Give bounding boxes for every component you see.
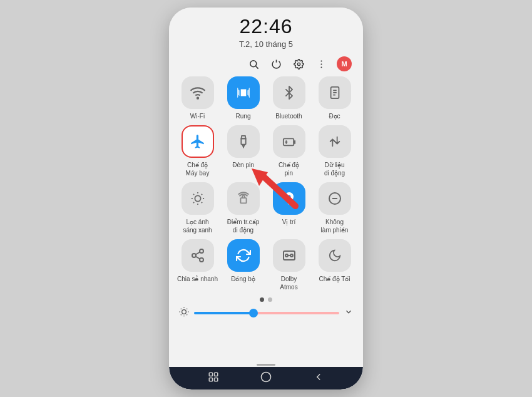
- svg-rect-11: [241, 138, 245, 144]
- quick-panel: Wi-Fi Rung Bluetooth: [169, 76, 363, 361]
- svg-point-15: [195, 195, 200, 201]
- svg-point-2: [297, 63, 300, 65]
- tile-bluetooth[interactable]: Bluetooth: [268, 76, 310, 120]
- tile-doc[interactable]: Đọc: [314, 76, 356, 120]
- share-label: Chia sẻ nhanh: [177, 275, 218, 283]
- tile-rung[interactable]: Rung: [222, 76, 264, 120]
- drag-handle: [257, 364, 275, 366]
- svg-point-0: [250, 60, 256, 66]
- flashlight-icon: [227, 125, 260, 158]
- search-icon[interactable]: [247, 57, 260, 71]
- top-icon-bar: M: [169, 51, 363, 76]
- doc-icon: [319, 76, 351, 109]
- airplane-icon: [182, 125, 214, 158]
- brightness-thumb[interactable]: [249, 309, 258, 317]
- brightness-icon: [179, 307, 189, 319]
- handle-bar: [169, 361, 363, 367]
- hotspot-label: Điểm tr.cấp di động: [227, 218, 259, 234]
- power-icon[interactable]: [269, 57, 283, 71]
- sync-icon: [227, 239, 260, 272]
- dot-1: [260, 297, 264, 302]
- tiles-grid: Wi-Fi Rung Bluetooth: [176, 76, 356, 291]
- svg-rect-31: [210, 378, 213, 381]
- share-icon: [182, 239, 214, 272]
- tile-flashlight[interactable]: Đèn pin: [222, 125, 264, 177]
- vibrate-icon: [227, 76, 260, 109]
- svg-point-4: [320, 63, 322, 64]
- svg-point-20: [192, 254, 196, 257]
- tile-battery[interactable]: Chế độ pin: [268, 125, 310, 177]
- airplane-label: Chế độ Máy bay: [186, 161, 210, 177]
- bluetooth-label: Bluetooth: [275, 112, 302, 120]
- tile-dark-mode[interactable]: Chế độ Tối: [314, 239, 356, 291]
- tile-dolby[interactable]: Dolby Atmos: [268, 239, 310, 291]
- sync-label: Đồng bộ: [231, 275, 255, 283]
- battery-icon: [273, 125, 305, 158]
- date: T.2, 10 tháng 5: [182, 39, 350, 49]
- svg-rect-12: [283, 138, 294, 145]
- clock: 22:46: [182, 15, 350, 38]
- battery-label: Chế độ pin: [279, 161, 299, 177]
- dark-mode-icon: [319, 239, 351, 272]
- tile-wifi[interactable]: Wi-Fi: [176, 76, 218, 120]
- dnd-icon: [319, 182, 351, 215]
- brightness-slider-row[interactable]: [176, 307, 356, 319]
- svg-point-25: [285, 254, 288, 257]
- svg-rect-32: [215, 378, 218, 381]
- svg-point-21: [200, 258, 203, 262]
- dot-2: [268, 297, 272, 302]
- tile-hotspot[interactable]: Điểm tr.cấp di động: [222, 182, 264, 234]
- brightness-track[interactable]: [194, 312, 339, 314]
- dark-mode-label: Chế độ Tối: [319, 275, 350, 283]
- avatar[interactable]: M: [337, 56, 352, 71]
- expand-icon[interactable]: [344, 307, 353, 318]
- rung-label: Rung: [236, 112, 251, 120]
- flashlight-label: Đèn pin: [232, 161, 253, 169]
- hotspot-icon: [227, 182, 260, 215]
- tile-blue-light[interactable]: Lọc ánh sáng xanh: [176, 182, 218, 234]
- mobile-data-icon: [319, 125, 351, 158]
- svg-point-19: [200, 249, 203, 253]
- svg-rect-29: [210, 373, 213, 376]
- back-button[interactable]: [313, 371, 324, 385]
- svg-rect-30: [215, 373, 218, 376]
- status-bar: 22:46 T.2, 10 tháng 5: [169, 8, 363, 51]
- home-button[interactable]: [260, 371, 272, 386]
- tile-share[interactable]: Chia sẻ nhanh: [176, 239, 218, 291]
- tile-airplane[interactable]: Chế độ Máy bay: [176, 125, 218, 177]
- nav-bar: [169, 367, 363, 389]
- svg-point-28: [182, 310, 187, 314]
- dnd-label: Không làm phiền: [321, 218, 349, 234]
- svg-line-1: [255, 66, 258, 68]
- svg-point-26: [290, 254, 293, 257]
- location-icon: [273, 182, 305, 215]
- svg-rect-16: [240, 198, 246, 203]
- settings-icon[interactable]: [292, 57, 305, 71]
- recent-apps-button[interactable]: [208, 371, 219, 385]
- tile-location[interactable]: Vị trí: [268, 182, 310, 234]
- svg-line-22: [195, 257, 200, 259]
- blue-light-icon: [182, 182, 214, 215]
- svg-line-23: [195, 252, 200, 255]
- svg-point-5: [320, 66, 322, 68]
- wifi-label: Wi-Fi: [190, 112, 205, 120]
- page-dots: [176, 297, 356, 302]
- bluetooth-icon: [273, 76, 305, 109]
- wifi-icon: [182, 76, 214, 109]
- more-icon[interactable]: [314, 57, 328, 71]
- svg-point-33: [261, 373, 270, 382]
- location-label: Vị trí: [282, 218, 295, 226]
- phone-frame: 22:46 T.2, 10 tháng 5 M: [169, 8, 363, 389]
- svg-point-3: [320, 60, 322, 61]
- mobile-data-label: Dữ liệu di động: [324, 161, 345, 177]
- svg-point-6: [197, 98, 198, 99]
- blue-light-label: Lọc ánh sáng xanh: [183, 218, 212, 234]
- dolby-label: Dolby Atmos: [280, 275, 297, 291]
- tile-sync[interactable]: Đồng bộ: [222, 239, 264, 291]
- tile-mobile-data[interactable]: Dữ liệu di động: [314, 125, 356, 177]
- dolby-icon: [273, 239, 305, 272]
- tile-dnd[interactable]: Không làm phiền: [314, 182, 356, 234]
- doc-label: Đọc: [329, 112, 340, 120]
